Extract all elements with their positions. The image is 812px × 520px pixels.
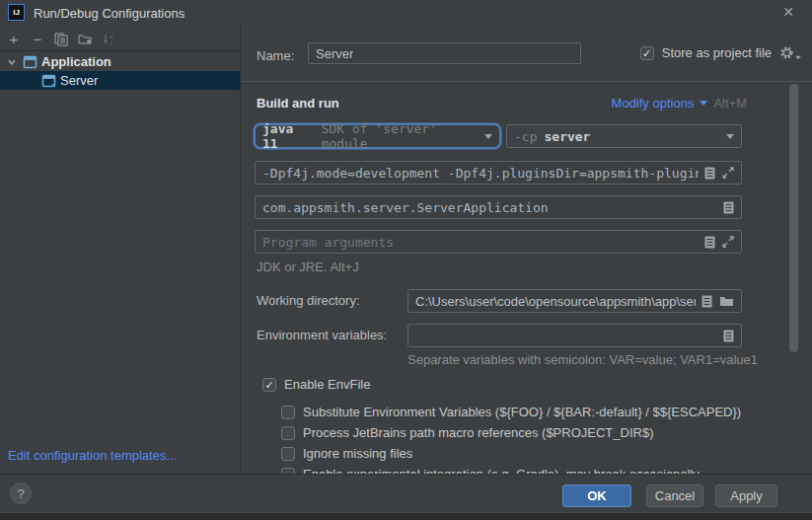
environment-variables-hint: Separate variables with semicolon: VAR=v… [407, 352, 758, 367]
question-mark-icon: ? [17, 486, 24, 501]
modify-options-link[interactable]: Modify options [612, 96, 695, 111]
tree-group-label: Application [41, 54, 111, 69]
macros-list-icon[interactable] [723, 330, 734, 342]
process-path-macros-label: Process JetBrains path macro references … [303, 425, 653, 440]
working-directory-input[interactable]: C:\Users\user\code\opensource\appsmith\a… [407, 289, 742, 313]
store-as-project-file-label: Store as project file [662, 45, 772, 60]
macros-list-icon[interactable] [704, 236, 715, 249]
store-as-project-file-checkbox[interactable]: ✓ [640, 46, 654, 60]
name-input[interactable]: Server [308, 42, 581, 64]
modify-options-shortcut: Alt+M [713, 96, 747, 111]
jre-selector-combobox[interactable]: java 11 SDK of 'server' module [255, 124, 500, 148]
program-arguments-placeholder: Program arguments [262, 235, 394, 250]
expand-icon[interactable] [722, 167, 734, 179]
dropdown-arrow-icon [726, 134, 734, 139]
chevron-down-icon [6, 56, 18, 68]
expand-icon[interactable] [722, 236, 734, 248]
substitute-env-vars-label: Substitute Environment Variables (${FOO}… [303, 405, 741, 419]
modify-options-group: Modify options Alt+M [612, 96, 747, 111]
copy-configuration-icon[interactable] [49, 30, 73, 49]
vm-options-input[interactable]: -Dpf4j.mode=development -Dpf4j.pluginsDi… [255, 161, 742, 185]
tree-item-label: Server [60, 73, 98, 88]
jre-name: java 11 [262, 121, 315, 151]
cancel-button[interactable]: Cancel [646, 484, 703, 507]
application-icon [23, 55, 37, 69]
store-as-project-file-row: ✓ Store as project file [640, 45, 802, 60]
environment-variables-input[interactable] [407, 324, 742, 347]
ignore-missing-files-checkbox[interactable] [281, 447, 295, 461]
enable-envfile-checkbox[interactable]: ✓ [262, 378, 276, 392]
apply-button[interactable]: Apply [715, 484, 777, 507]
tree-group-application[interactable]: Application [0, 52, 240, 71]
configurations-toolbar: + − az [0, 28, 240, 51]
new-folder-icon[interactable] [73, 30, 97, 49]
tree-item-server-selected[interactable]: Server [0, 71, 240, 90]
jre-description: SDK of 'server' module [322, 121, 484, 151]
edit-configuration-templates-link[interactable]: Edit configuration templates... [8, 448, 177, 463]
ignore-missing-files-label: Ignore missing files [303, 446, 412, 461]
ok-button[interactable]: OK [562, 484, 631, 507]
name-label: Name: [257, 48, 294, 63]
name-value: Server [316, 46, 353, 61]
help-button[interactable]: ? [10, 483, 32, 504]
enable-envfile-label: Enable EnvFile [284, 377, 370, 392]
run-configuration-icon [41, 74, 56, 88]
store-settings-gear-icon[interactable] [779, 45, 802, 60]
configurations-panel: + − az Application Server Edit configura… [0, 26, 241, 474]
title-bar: IJ Run/Debug Configurations ✕ [0, 0, 812, 26]
dropdown-arrow-icon [484, 134, 492, 139]
chevron-down-icon [700, 101, 707, 106]
program-arguments-input[interactable]: Program arguments [255, 230, 742, 254]
macros-list-icon[interactable] [701, 295, 712, 308]
add-configuration-button[interactable]: + [2, 30, 26, 49]
working-directory-label: Working directory: [257, 293, 360, 308]
cp-flag: -cp [514, 129, 537, 144]
process-path-macros-checkbox[interactable] [281, 426, 295, 440]
section-divider [242, 81, 812, 82]
checkmark-icon: ✓ [264, 379, 273, 391]
window-title: Run/Debug Configurations [34, 6, 185, 21]
checkmark-icon: ✓ [642, 47, 651, 59]
close-icon[interactable]: ✕ [780, 4, 796, 20]
vertical-scrollbar-thumb[interactable] [789, 84, 798, 352]
intellij-logo-icon: IJ [8, 4, 25, 21]
run-debug-configurations-dialog: IJ Run/Debug Configurations ✕ + − az App… [0, 0, 812, 520]
remove-configuration-button[interactable]: − [26, 30, 49, 49]
main-class-value: com.appsmith.server.ServerApplication [262, 200, 549, 215]
build-and-run-title: Build and run [257, 96, 339, 111]
jdk-hint-text: JDK or JRE. Alt+J [257, 260, 359, 274]
substitute-env-vars-checkbox[interactable] [281, 406, 295, 419]
main-class-input[interactable]: com.appsmith.server.ServerApplication [255, 195, 742, 219]
cp-module: server [544, 129, 590, 144]
svg-text:z: z [110, 40, 112, 46]
dialog-footer: ? OK Cancel Apply [0, 474, 812, 512]
vm-options-value: -Dpf4j.mode=development -Dpf4j.pluginsDi… [262, 166, 699, 181]
sort-configurations-icon[interactable]: az [97, 30, 120, 49]
process-path-macros-row: Process JetBrains path macro references … [281, 425, 653, 440]
macros-list-icon[interactable] [723, 201, 734, 214]
background-window-strip [0, 512, 812, 520]
environment-variables-label: Environment variables: [257, 328, 387, 342]
experimental-integration-row: Enable experimental integration (e.g. Gr… [281, 467, 700, 474]
substitute-env-vars-row: Substitute Environment Variables (${FOO}… [281, 405, 741, 419]
configuration-form: Name: Server ✓ Store as project file Bui… [242, 26, 812, 474]
ignore-missing-files-row: Ignore missing files [281, 446, 412, 461]
classpath-module-combobox[interactable]: -cp server [506, 124, 742, 148]
working-directory-value: C:\Users\user\code\opensource\appsmith\a… [415, 294, 696, 309]
browse-folder-icon[interactable] [719, 295, 734, 307]
svg-text:a: a [110, 34, 113, 39]
enable-envfile-row: ✓ Enable EnvFile [262, 377, 370, 392]
macros-list-icon[interactable] [704, 167, 715, 180]
experimental-integration-label: Enable experimental integration (e.g. Gr… [303, 467, 700, 474]
